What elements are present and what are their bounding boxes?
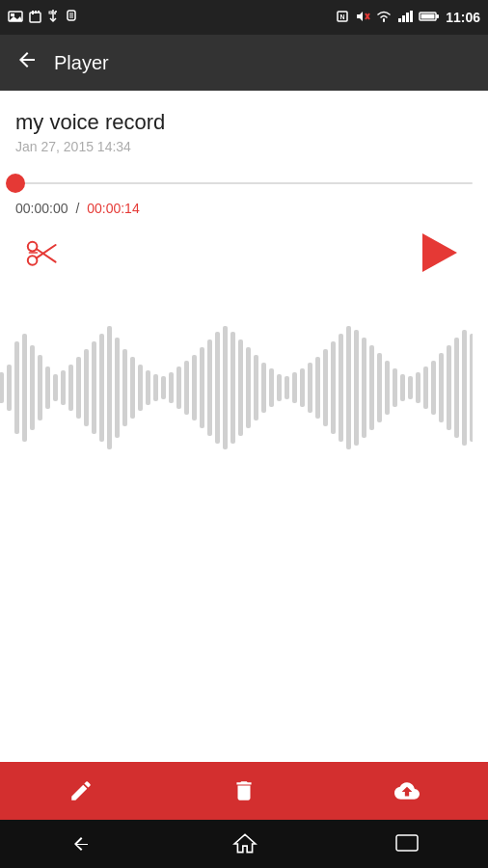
time-separator: / (75, 201, 79, 216)
waveform-bar (153, 374, 158, 401)
record-title: my voice record (15, 110, 473, 135)
usb-icon (47, 9, 59, 27)
waveform (0, 311, 473, 465)
status-bar-left (8, 9, 78, 27)
seekbar-thumb[interactable] (6, 174, 25, 193)
status-bar-right: N 11:06 (336, 10, 480, 26)
waveform-bar (84, 349, 89, 426)
content: my voice record Jan 27, 2015 14:34 00:00… (0, 91, 488, 272)
nav-bar (0, 820, 488, 868)
waveform-bar (269, 368, 274, 407)
waveform-bar (261, 363, 266, 413)
status-bar: N 11:06 (0, 0, 488, 35)
nfc-icon: N (336, 10, 349, 26)
svg-point-28 (28, 242, 38, 252)
svg-rect-4 (32, 11, 34, 14)
play-button[interactable] (422, 233, 457, 272)
svg-rect-1 (11, 14, 14, 16)
waveform-bar (470, 334, 474, 442)
nav-recents-button[interactable] (394, 833, 420, 854)
controls-row (15, 233, 473, 272)
waveform-bar (400, 374, 405, 401)
waveform-bar (408, 376, 413, 399)
waveform-bar (292, 372, 297, 403)
waveform-bar (308, 363, 312, 413)
waveform-bar (169, 372, 174, 403)
waveform-bar (92, 341, 96, 434)
svg-marker-2 (9, 16, 22, 21)
status-time: 11:06 (446, 10, 480, 25)
waveform-bar (385, 361, 390, 415)
waveform-bar (76, 357, 81, 419)
waveform-bar (122, 349, 127, 426)
svg-text:N: N (340, 14, 345, 20)
waveform-bar (207, 339, 212, 436)
record-date: Jan 27, 2015 14:34 (15, 139, 473, 154)
svg-rect-25 (421, 14, 435, 18)
waveform-bar (161, 376, 166, 399)
waveform-bar (346, 326, 351, 449)
waveform-bar (22, 334, 27, 442)
waveform-bar (377, 353, 382, 422)
waveform-bar (238, 339, 243, 436)
waveform-bar (462, 330, 467, 446)
waveform-bar (115, 338, 120, 438)
trim-button[interactable] (23, 235, 62, 270)
waveform-bar (138, 365, 143, 411)
svg-rect-5 (35, 11, 37, 14)
debug-icon (65, 10, 78, 26)
waveform-bar (200, 347, 204, 428)
waveform-bar (176, 366, 181, 409)
back-button[interactable] (15, 48, 39, 77)
waveform-bar (323, 349, 328, 426)
waveform-bar (369, 345, 374, 430)
waveform-bar (439, 353, 444, 422)
waveform-bar (454, 338, 459, 438)
waveform-bar (215, 332, 220, 444)
nav-home-button[interactable] (232, 831, 258, 856)
waveform-bar (277, 374, 282, 401)
waveform-bar (130, 357, 135, 419)
wifi-icon (376, 10, 392, 25)
time-total: 00:00:14 (87, 201, 140, 216)
waveform-bar (254, 355, 258, 420)
waveform-bar (315, 357, 320, 419)
time-current: 00:00:00 (15, 201, 68, 216)
svg-marker-17 (357, 12, 363, 21)
svg-rect-22 (406, 13, 409, 22)
waveform-bar (447, 345, 451, 430)
toolbar-title: Player (54, 52, 109, 74)
waveform-bar (354, 330, 359, 446)
waveform-bar (14, 341, 19, 434)
mute-icon (355, 10, 370, 26)
waveform-bar (192, 355, 197, 420)
svg-rect-23 (410, 11, 413, 22)
waveform-bar (99, 334, 104, 442)
edit-button[interactable] (68, 778, 94, 803)
svg-rect-21 (402, 15, 405, 22)
svg-rect-32 (396, 835, 418, 851)
waveform-bar (38, 355, 42, 420)
waveform-bar (246, 347, 251, 428)
waveform-bar (68, 365, 73, 411)
svg-rect-26 (436, 14, 439, 18)
nav-back-button[interactable] (68, 832, 95, 855)
seekbar[interactable] (15, 174, 473, 193)
svg-rect-8 (49, 12, 52, 14)
waveform-bar (223, 326, 228, 449)
svg-rect-6 (38, 11, 40, 13)
waveform-bar (53, 374, 58, 401)
waveform-bar (416, 372, 420, 403)
waveform-bar (300, 368, 305, 407)
svg-rect-3 (30, 13, 41, 22)
waveform-container (0, 282, 473, 494)
upload-button[interactable] (394, 778, 420, 803)
delete-button[interactable] (231, 778, 257, 803)
svg-point-27 (28, 256, 38, 265)
waveform-bar (331, 341, 336, 434)
waveform-bar (107, 326, 112, 449)
waveform-bar (45, 366, 50, 409)
waveform-bar (423, 366, 428, 409)
waveform-bar (61, 370, 66, 405)
waveform-bar (285, 376, 289, 399)
